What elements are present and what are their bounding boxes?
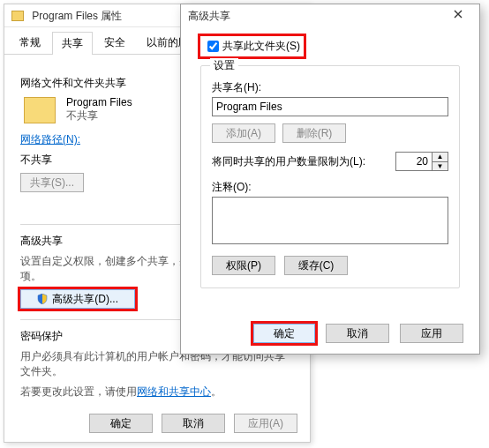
close-icon — [454, 10, 463, 19]
permissions-button[interactable]: 权限(P) — [212, 256, 275, 275]
props-cancel-button[interactable]: 取消 — [162, 414, 225, 433]
title-suffix: 属性 — [101, 10, 122, 22]
advanced-sharing-dialog: 高级共享 共享此文件夹(S) 设置 共享名(H): 添加(A) 删除(R) 将同… — [180, 4, 480, 355]
comment-label: 注释(O): — [212, 180, 448, 195]
share-name-input[interactable] — [212, 97, 448, 116]
user-limit-spinner[interactable]: ▲ ▼ — [395, 152, 448, 171]
adv-apply-button[interactable]: 应用 — [400, 324, 463, 343]
network-sharing-center-link[interactable]: 网络和共享中心 — [137, 385, 211, 398]
advanced-title-text: 高级共享 — [188, 4, 230, 27]
network-path-label: 网络路径(N): — [20, 133, 80, 146]
tab-share[interactable]: 共享 — [52, 32, 93, 55]
share-this-folder-input[interactable] — [207, 41, 219, 52]
share-button[interactable]: 共享(S)... — [20, 173, 84, 192]
settings-group-label: 设置 — [210, 58, 238, 73]
folder-large-icon — [24, 97, 56, 123]
spin-up[interactable]: ▲ — [433, 153, 448, 162]
shield-icon — [37, 294, 48, 304]
adv-ok-button[interactable]: 确定 — [253, 324, 315, 343]
advanced-share-button[interactable]: 高级共享(D)... — [20, 289, 135, 309]
title-folder: Program Files — [32, 10, 98, 22]
caching-button[interactable]: 缓存(C) — [284, 256, 348, 275]
advanced-share-button-label: 高级共享(D)... — [52, 293, 118, 305]
password-change-suffix: 。 — [211, 385, 222, 398]
folder-icon — [11, 11, 24, 21]
share-folder-name: Program Files — [66, 96, 132, 108]
close-button[interactable] — [444, 6, 472, 26]
add-button[interactable]: 添加(A) — [212, 123, 275, 143]
remove-button[interactable]: 删除(R) — [282, 123, 346, 143]
user-limit-input[interactable] — [396, 153, 432, 170]
user-limit-label: 将同时共享的用户数量限制为(L): — [212, 154, 365, 169]
tab-general[interactable]: 常规 — [10, 31, 50, 54]
props-ok-button[interactable]: 确定 — [89, 414, 153, 433]
share-status: 不共享 — [66, 108, 132, 123]
advanced-titlebar: 高级共享 — [181, 4, 479, 27]
share-name-label: 共享名(H): — [212, 80, 448, 95]
password-change-prefix: 若要更改此设置，请使用 — [20, 385, 137, 398]
adv-cancel-button[interactable]: 取消 — [326, 324, 389, 343]
spin-down[interactable]: ▼ — [433, 162, 448, 171]
share-this-folder-label: 共享此文件夹(S) — [222, 39, 300, 54]
comment-textarea[interactable] — [212, 197, 448, 244]
tab-security[interactable]: 安全 — [94, 31, 135, 54]
props-apply-button[interactable]: 应用(A) — [234, 414, 297, 433]
share-this-folder-checkbox[interactable]: 共享此文件夹(S) — [200, 36, 304, 56]
settings-group: 设置 共享名(H): 添加(A) 删除(R) 将同时共享的用户数量限制为(L):… — [200, 65, 460, 288]
